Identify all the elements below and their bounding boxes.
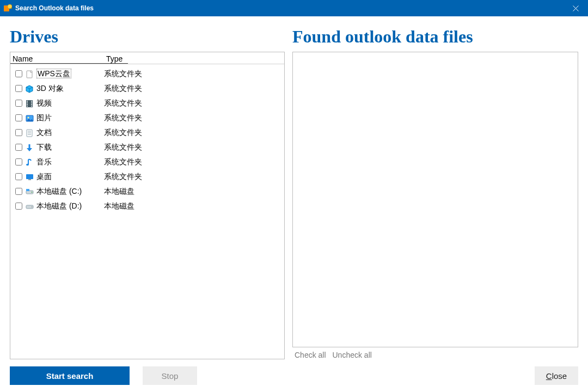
column-type[interactable]: Type [100, 54, 128, 64]
row-type: 系统文件夹 [97, 128, 142, 138]
drive1-icon [24, 187, 34, 197]
row-checkbox[interactable] [14, 188, 23, 195]
drives-panel: Drives Name Type WPS云盘系统文件夹3D 对象系统文件夹视频系… [10, 27, 285, 359]
row-checkbox[interactable] [14, 129, 23, 137]
drive2-icon [24, 201, 34, 211]
row-name: 下载 [36, 143, 97, 152]
drive-row[interactable]: 图片系统文件夹 [10, 111, 284, 125]
row-checkbox[interactable] [14, 173, 23, 181]
page-icon [24, 69, 34, 79]
drive-row[interactable]: 桌面系统文件夹 [10, 169, 284, 184]
row-type: 系统文件夹 [97, 157, 142, 167]
desktop-icon [24, 172, 34, 182]
row-checkbox[interactable] [14, 158, 23, 166]
row-checkbox[interactable] [14, 70, 23, 78]
row-name: 图片 [36, 113, 97, 123]
footer: Start search Stop Close [0, 359, 588, 392]
picture-icon [24, 113, 34, 123]
list-header: Name Type [10, 52, 284, 64]
row-name: 本地磁盘 (D:) [36, 201, 97, 211]
drive-row[interactable]: WPS云盘系统文件夹 [10, 66, 284, 81]
row-name: 音乐 [36, 157, 97, 167]
row-type: 系统文件夹 [97, 69, 142, 79]
row-checkbox[interactable] [14, 114, 23, 122]
download-icon [24, 143, 34, 152]
drives-list[interactable]: Name Type WPS云盘系统文件夹3D 对象系统文件夹视频系统文件夹图片系… [10, 52, 285, 359]
row-type: 系统文件夹 [97, 172, 142, 182]
found-list[interactable] [292, 52, 578, 347]
drive-row[interactable]: 本地磁盘 (C:)本地磁盘 [10, 184, 284, 199]
row-name: 本地磁盘 (C:) [36, 187, 97, 197]
row-checkbox[interactable] [14, 85, 23, 93]
row-type: 本地磁盘 [97, 201, 134, 211]
svg-line-2 [11, 8, 13, 9]
window-close-button[interactable] [563, 0, 588, 16]
drive-row[interactable]: 视频系统文件夹 [10, 96, 284, 111]
row-checkbox[interactable] [14, 144, 23, 151]
cube-icon [24, 84, 34, 94]
drive-row[interactable]: 本地磁盘 (D:)本地磁盘 [10, 199, 284, 213]
row-name: 视频 [36, 99, 97, 108]
row-type: 系统文件夹 [97, 84, 142, 94]
row-name: 桌面 [36, 172, 97, 182]
row-type: 系统文件夹 [97, 113, 142, 123]
column-name[interactable]: Name [10, 54, 100, 64]
title-bar: Search Outlook data files [0, 0, 588, 16]
row-name: WPS云盘 [36, 69, 97, 79]
close-icon [573, 5, 579, 11]
row-checkbox[interactable] [14, 203, 23, 210]
row-name: 文档 [36, 128, 97, 138]
close-button-rest: lose [552, 371, 567, 381]
close-button[interactable]: Close [535, 366, 578, 385]
row-type: 本地磁盘 [97, 187, 134, 197]
start-search-button[interactable]: Start search [10, 366, 130, 385]
row-type: 系统文件夹 [97, 99, 142, 108]
row-checkbox[interactable] [14, 100, 23, 107]
app-icon [3, 4, 12, 13]
stop-button[interactable]: Stop [143, 366, 197, 385]
bulk-links: Check all Uncheck all [292, 347, 578, 359]
close-button-mnemonic: C [546, 371, 552, 381]
doc-icon [24, 128, 34, 138]
music-icon [24, 157, 34, 167]
drives-heading: Drives [10, 27, 285, 46]
row-name: 3D 对象 [36, 84, 97, 94]
drive-row[interactable]: 文档系统文件夹 [10, 125, 284, 140]
found-heading: Found outlook data files [292, 27, 578, 46]
check-all-link[interactable]: Check all [295, 351, 326, 359]
film-icon [24, 99, 34, 108]
drive-row[interactable]: 下载系统文件夹 [10, 140, 284, 155]
drive-row[interactable]: 音乐系统文件夹 [10, 155, 284, 169]
uncheck-all-link[interactable]: Uncheck all [332, 351, 371, 359]
window-title: Search Outlook data files [15, 4, 94, 12]
drive-row[interactable]: 3D 对象系统文件夹 [10, 81, 284, 96]
row-type: 系统文件夹 [97, 143, 142, 152]
found-panel: Found outlook data files Check all Unche… [292, 27, 578, 359]
